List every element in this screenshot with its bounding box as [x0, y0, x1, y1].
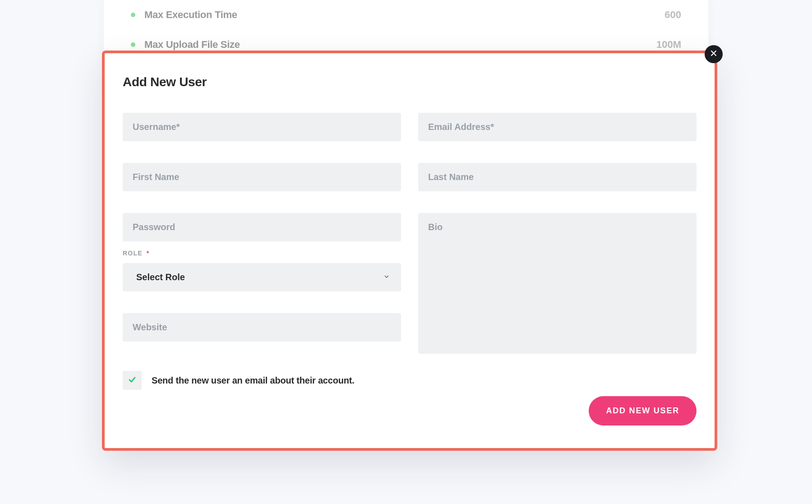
- status-dot-icon: [131, 42, 135, 47]
- settings-value: 100M: [656, 39, 681, 51]
- required-mark: *: [147, 250, 150, 257]
- modal-title: Add New User: [123, 75, 697, 89]
- add-new-user-button[interactable]: ADD NEW USER: [589, 396, 697, 425]
- send-email-row: Send the new user an email about their a…: [123, 371, 697, 390]
- form-grid: ROLE * Select Role: [123, 113, 697, 354]
- form-column-right: [418, 113, 697, 354]
- send-email-checkbox[interactable]: [123, 371, 142, 390]
- add-user-modal: Add New User ROLE * Select Role: [102, 51, 717, 451]
- last-name-input[interactable]: [418, 163, 697, 191]
- role-select[interactable]: Select Role: [123, 263, 401, 291]
- email-input[interactable]: [418, 113, 697, 141]
- role-label-text: ROLE: [123, 250, 143, 257]
- settings-row: Max Execution Time 600: [131, 0, 681, 30]
- close-button[interactable]: [705, 45, 723, 63]
- role-select-wrap: Select Role: [123, 263, 401, 291]
- check-icon: [128, 375, 137, 386]
- settings-label: Max Execution Time: [144, 9, 664, 21]
- website-input[interactable]: [123, 313, 401, 342]
- status-dot-icon: [131, 13, 135, 17]
- role-label: ROLE *: [123, 250, 401, 257]
- username-input[interactable]: [123, 113, 401, 141]
- send-email-label: Send the new user an email about their a…: [152, 375, 355, 386]
- form-column-left: ROLE * Select Role: [123, 113, 401, 354]
- bio-textarea[interactable]: [418, 213, 697, 354]
- password-input[interactable]: [123, 213, 401, 241]
- settings-value: 600: [664, 9, 681, 21]
- first-name-input[interactable]: [123, 163, 401, 191]
- close-icon: [709, 49, 718, 60]
- settings-label: Max Upload File Size: [144, 39, 656, 51]
- submit-row: ADD NEW USER: [123, 396, 697, 425]
